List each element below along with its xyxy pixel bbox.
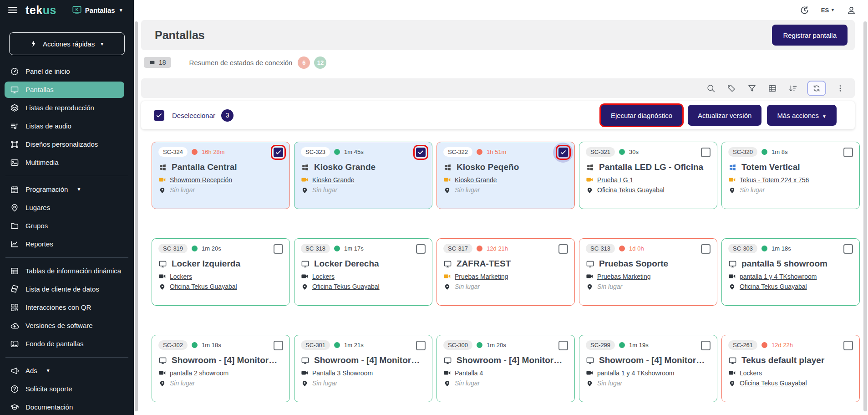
- playlist-link[interactable]: Showroom Recepción: [170, 176, 232, 184]
- playlist-link[interactable]: Lockers: [740, 369, 762, 377]
- sidebar-item-ads[interactable]: Ads▼: [0, 362, 134, 380]
- topbar-actions: ES ▼: [800, 0, 856, 20]
- screen-card-sc-299[interactable]: SC-2991m 19sShowroom - [4] Monitor…panta…: [579, 335, 717, 402]
- sidebar-item-tablas-de-informaci-n-din-mica[interactable]: Tablas de información dinámica: [0, 262, 134, 280]
- card-checkbox[interactable]: [274, 244, 283, 254]
- screen-card-sc-303[interactable]: SC-3031m 18spantalla 5 showroompantalla …: [721, 238, 860, 306]
- playlist-link[interactable]: pantalla 2 showroom: [170, 369, 228, 377]
- sidebar-item-listas-de-audio[interactable]: Listas de audio: [0, 117, 134, 135]
- card-checkbox[interactable]: [843, 148, 853, 157]
- card-checkbox[interactable]: [558, 341, 568, 350]
- playlist-link[interactable]: Prueba LG 1: [597, 176, 633, 184]
- table-view-icon[interactable]: [768, 84, 777, 93]
- video-camera-icon: [443, 272, 451, 280]
- register-screen-button[interactable]: Registrar pantalla: [772, 25, 848, 46]
- selected-count-badge: 3: [221, 109, 233, 122]
- sidebar-item-label: Reportes: [25, 240, 53, 249]
- actualizar-versi-n-button[interactable]: Actualizar versión: [688, 105, 761, 126]
- sidebar-item-lugares[interactable]: Lugares: [0, 199, 134, 217]
- filter-icon[interactable]: [747, 84, 756, 93]
- screen-card-sc-322[interactable]: SC-3221h 51mKiosko PeqeñoKiosko GrandeSi…: [437, 142, 575, 209]
- sidebar-item-solicita-soporte[interactable]: Solicita soporte: [0, 380, 134, 398]
- card-checkbox[interactable]: [416, 341, 426, 350]
- location-link[interactable]: Oficina Tekus Guayabal: [312, 283, 380, 290]
- user-icon[interactable]: [847, 5, 856, 15]
- screen-card-sc-313[interactable]: SC-3131d 0hPruebas SoportePruebas Market…: [579, 238, 717, 306]
- screen-card-sc-300[interactable]: SC-3001m 20sShowroom - [4] Monitor…Panta…: [437, 335, 575, 402]
- playlist-link[interactable]: pantalla 1 y 4 TKshowroom: [740, 273, 817, 280]
- sidebar-item-versiones-de-software[interactable]: Versiones de software: [0, 317, 134, 335]
- quick-actions-button[interactable]: Acciones rápidas ▼: [9, 32, 125, 55]
- m-s-acciones-button[interactable]: Más acciones▼: [767, 105, 837, 126]
- card-checkbox[interactable]: [558, 244, 568, 254]
- screen-card-sc-302[interactable]: SC-3021m 18sShowroom - [4] Monitor…panta…: [152, 335, 290, 402]
- online-count-chip[interactable]: 12: [314, 56, 326, 69]
- card-checkbox[interactable]: [416, 244, 426, 254]
- tag-icon[interactable]: [727, 84, 736, 93]
- sidebar-item-panel-de-inicio[interactable]: Panel de inicio: [0, 62, 134, 81]
- screen-card-sc-319[interactable]: SC-3191m 20sLocker IzquierdaLockersOfici…: [152, 238, 290, 306]
- playlist-link[interactable]: Pruebas Marketing: [455, 273, 508, 280]
- playlist-link[interactable]: Lockers: [170, 273, 192, 280]
- video-camera-icon: [443, 176, 451, 184]
- sidebar-item-reportes[interactable]: Reportes: [0, 235, 134, 253]
- history-icon[interactable]: [800, 5, 809, 15]
- video-camera-icon: [728, 369, 736, 377]
- card-checkbox[interactable]: [274, 341, 283, 350]
- playlist-link[interactable]: Tekus - Totem 224 x 756: [740, 176, 809, 184]
- card-checkbox[interactable]: [701, 244, 711, 254]
- sidebar-item-grupos[interactable]: Grupos: [0, 217, 134, 235]
- kebab-icon[interactable]: [836, 84, 845, 93]
- sync-icon[interactable]: [807, 81, 826, 96]
- card-checkbox[interactable]: [701, 341, 711, 350]
- screen-card-sc-320[interactable]: SC-3201m 8sTotem VerticalTekus - Totem 2…: [721, 142, 860, 209]
- sort-icon[interactable]: [788, 84, 797, 93]
- card-checkbox[interactable]: [274, 148, 283, 157]
- sidebar-scrollbar[interactable]: [135, 21, 138, 411]
- card-checkbox[interactable]: [558, 148, 568, 157]
- screen-card-sc-261[interactable]: SC-26112d 22hTekus default playerLockers…: [721, 335, 860, 402]
- search-icon[interactable]: [706, 84, 716, 93]
- card-checkbox[interactable]: [701, 148, 711, 157]
- sidebar-item-dise-os-personalizados[interactable]: Diseños personalizados: [0, 135, 134, 154]
- sidebar-item-documentaci-n[interactable]: Documentación: [0, 398, 134, 415]
- card-checkbox[interactable]: [416, 148, 426, 157]
- menu-icon[interactable]: [7, 5, 18, 15]
- playlist-link[interactable]: Kiosko Grande: [455, 176, 497, 184]
- playlist-link[interactable]: Pantalla 4: [455, 369, 483, 377]
- screen-card-sc-323[interactable]: SC-3231m 45sKiosko GrandeKiosko GrandeSi…: [294, 142, 432, 209]
- card-title-row: Showroom - [4] Monitor…: [158, 355, 283, 365]
- location-link[interactable]: Oficina Tekus Guayabal: [740, 283, 807, 290]
- sidebar-item-programaci-n[interactable]: Programación▼: [0, 180, 134, 199]
- page-scrollbar[interactable]: [863, 21, 867, 411]
- screen-card-sc-321[interactable]: SC-32130sPantalla LED LG - OficinaPrueba…: [579, 142, 717, 209]
- location-link[interactable]: Oficina Tekus Guayabal: [597, 186, 665, 194]
- status-dot: [619, 342, 625, 348]
- screen-card-sc-301[interactable]: SC-3011m 21sShowroom - [4] Monitor…Panta…: [294, 335, 432, 402]
- screen-card-sc-324[interactable]: SC-32416h 28mPantalla CentralShowroom Re…: [152, 142, 290, 209]
- card-checkbox[interactable]: [843, 341, 853, 350]
- playlist-link[interactable]: pantalla 1 y 4 TKshowroom: [597, 369, 674, 377]
- sidebar-item-listas-de-reproducci-n[interactable]: Listas de reproducción: [0, 99, 134, 117]
- playlist-link[interactable]: Lockers: [312, 273, 335, 280]
- sidebar-item-fondo-de-pantallas[interactable]: Fondo de pantallas: [0, 335, 134, 353]
- ejecutar-diagn-stico-button[interactable]: Ejecutar diagnóstico: [601, 105, 682, 126]
- screen-card-sc-317[interactable]: SC-31712d 21hZAFRA-TESTPruebas Marketing…: [437, 238, 575, 306]
- card-checkbox[interactable]: [843, 244, 853, 254]
- offline-count-chip[interactable]: 6: [298, 56, 310, 69]
- language-selector[interactable]: ES ▼: [821, 7, 835, 14]
- playlist-link[interactable]: Kiosko Grande: [312, 176, 355, 184]
- sidebar-item-pantallas[interactable]: Pantallas: [5, 82, 124, 98]
- playlist-link[interactable]: Pantalla 3 Showroom: [312, 369, 373, 377]
- screen-card-sc-318[interactable]: SC-3181m 17sLocker DerechaLockersOficina…: [294, 238, 432, 306]
- sidebar-item-lista-de-cliente-de-datos[interactable]: Lista de cliente de datos: [0, 280, 134, 298]
- status-dot: [334, 246, 340, 251]
- sidebar-divider: [5, 257, 128, 258]
- playlist-link[interactable]: Pruebas Marketing: [597, 273, 651, 280]
- location-link[interactable]: Oficina Tekus Guayabal: [170, 283, 237, 290]
- location-link[interactable]: Oficina Tekus Guayabal: [740, 379, 807, 387]
- app-switcher[interactable]: K Pantallas ▼: [72, 5, 123, 15]
- select-all-checkbox[interactable]: [154, 110, 164, 121]
- sidebar-item-interacciones-con-qr[interactable]: Interacciones con QR: [0, 298, 134, 317]
- sidebar-item-multimedia[interactable]: Multimedia: [0, 154, 134, 172]
